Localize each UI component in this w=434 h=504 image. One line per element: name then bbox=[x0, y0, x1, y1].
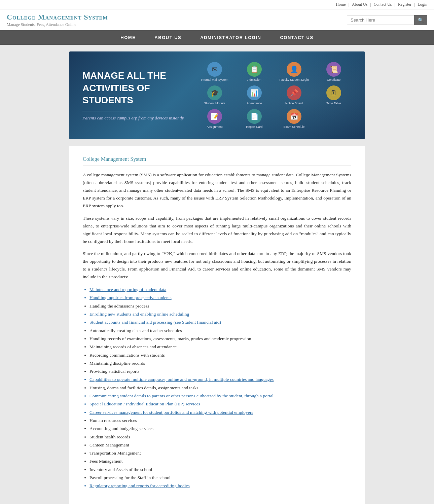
hero-icon-item: 📋 Admission bbox=[237, 62, 272, 81]
hero-icon-circle: 📅 bbox=[287, 109, 301, 124]
hero-icon-item: 📜 Certificate bbox=[316, 62, 352, 81]
content-title: College Management System bbox=[83, 156, 351, 166]
hero-icon-circle: ✉ bbox=[207, 62, 222, 77]
hero-icon-item: 📌 Notice Board bbox=[276, 85, 312, 105]
hero-subtitle: Parents can access campus erp from any d… bbox=[82, 115, 190, 121]
bullet-list: Maintenance and reporting of student dat… bbox=[89, 286, 351, 490]
hero-icon-label: Notice Board bbox=[285, 102, 303, 105]
hero-icon-circle: 🗓 bbox=[326, 85, 341, 100]
hero-title: MANAGE ALL THE ACTIVITIES OF STUDENTS bbox=[82, 70, 190, 106]
sep1: | bbox=[349, 2, 349, 7]
hero-icons-grid: ✉ Internal Mail System 📋 Admission 👤 Fac… bbox=[190, 62, 352, 129]
hero-icon-circle: 📊 bbox=[247, 85, 262, 100]
hero-icon-label: Report Card bbox=[246, 125, 262, 129]
hero-icon-circle: 📄 bbox=[247, 109, 262, 124]
sep2: | bbox=[370, 2, 371, 7]
list-item: Inventory and Assets of the school bbox=[89, 466, 351, 474]
hero-icon-label: Admission bbox=[247, 78, 261, 81]
list-item: Maintaining records of absences and atte… bbox=[89, 343, 351, 351]
topbar-contactus-link[interactable]: Contact Us bbox=[374, 2, 392, 7]
list-item: Career services management for student p… bbox=[89, 408, 351, 417]
list-item: Maintaining discipline records bbox=[89, 359, 351, 367]
hero-icon-label: Faculty Student Login bbox=[279, 78, 309, 81]
hero-icon-item: 📊 Attendance bbox=[237, 85, 272, 105]
topbar-home-link[interactable]: Home bbox=[336, 2, 346, 7]
list-item: Handling the admissions process bbox=[89, 302, 351, 310]
hero-icon-circle: 📌 bbox=[287, 85, 301, 100]
topbar-login-link[interactable]: Login bbox=[418, 2, 427, 7]
list-item: Regulatory reporting and reports for acc… bbox=[89, 482, 351, 490]
hero-banner: MANAGE ALL THE ACTIVITIES OF STUDENTS Pa… bbox=[69, 51, 365, 139]
list-item: Maintenance and reporting of student dat… bbox=[89, 286, 351, 294]
hero-icon-label: Exam Schedule bbox=[283, 125, 304, 129]
topbar-aboutus-link[interactable]: About Us bbox=[352, 2, 367, 7]
hero-icon-item: ✉ Internal Mail System bbox=[197, 62, 232, 81]
hero-icon-circle: 📋 bbox=[247, 62, 262, 77]
content-para-2: These systems vary in size, scope and ca… bbox=[83, 215, 351, 246]
nav-aboutus[interactable]: ABOUT US bbox=[145, 30, 191, 45]
hero-icon-item: 👤 Faculty Student Login bbox=[276, 62, 312, 81]
site-header: College Management System Manage Student… bbox=[0, 9, 434, 30]
list-item: Fees Management bbox=[89, 457, 351, 465]
list-item: Handling records of examinations, assess… bbox=[89, 335, 351, 343]
topbar-register-link[interactable]: Register bbox=[398, 2, 411, 7]
nav-admin-login[interactable]: ADMINISTRATOR LOGIN bbox=[191, 30, 270, 45]
list-item: Transportation Management bbox=[89, 449, 351, 457]
hero-icon-label: Certificate bbox=[327, 78, 341, 81]
content-para-3: Since the millennium, and partly owing t… bbox=[83, 250, 351, 281]
hero-icon-circle: 📜 bbox=[326, 62, 341, 77]
list-item: Automatically creating class and teacher… bbox=[89, 327, 351, 335]
sep4: | bbox=[414, 2, 415, 7]
list-item: Providing statistical reports bbox=[89, 367, 351, 375]
content-para-1: A college management system (SMS) is a s… bbox=[83, 171, 351, 210]
sep3: | bbox=[395, 2, 395, 7]
search-area: 🔍 bbox=[347, 15, 427, 25]
hero-icon-label: Student Module bbox=[204, 102, 225, 105]
hero-icon-label: Attendance bbox=[247, 102, 262, 105]
search-button[interactable]: 🔍 bbox=[414, 15, 427, 25]
list-item: Payroll processing for the Staff in the … bbox=[89, 474, 351, 482]
hero-icon-label: Time Table bbox=[326, 102, 341, 105]
hero-icon-item: 📝 Assignment bbox=[197, 109, 232, 129]
list-item: Capabilities to operate multiple campuse… bbox=[89, 375, 351, 384]
list-item: Enrolling new students and enabling onli… bbox=[89, 310, 351, 318]
site-title: College Management System bbox=[7, 13, 108, 22]
nav-contactus[interactable]: CONTACT US bbox=[270, 30, 323, 45]
branding: College Management System Manage Student… bbox=[7, 13, 108, 27]
list-item: Student health records bbox=[89, 433, 351, 441]
content-section: College Management System A college mana… bbox=[69, 146, 365, 504]
search-input[interactable] bbox=[347, 15, 414, 25]
list-item: Canteen Management bbox=[89, 441, 351, 449]
hero-icon-label: Assignment bbox=[207, 125, 222, 129]
list-item: Accounting and budgeting services bbox=[89, 425, 351, 433]
list-item: Special Education / Individual Education… bbox=[89, 400, 351, 408]
list-item: Student accounts and financial aid proce… bbox=[89, 318, 351, 326]
nav-home[interactable]: HOME bbox=[111, 30, 145, 45]
list-item: Recording communications with students bbox=[89, 351, 351, 359]
top-bar: Home | About Us | Contact Us | Register … bbox=[0, 0, 434, 9]
hero-icon-item: 🗓 Time Table bbox=[316, 85, 352, 105]
list-item: Housing, dorms and facilities details, a… bbox=[89, 384, 351, 392]
hero-icon-label: Internal Mail System bbox=[201, 78, 228, 81]
hero-icon-circle: 🎓 bbox=[207, 85, 222, 100]
hero-icon-item: 📅 Exam Schedule bbox=[276, 109, 312, 129]
hero-text: MANAGE ALL THE ACTIVITIES OF STUDENTS Pa… bbox=[82, 70, 190, 120]
site-subtitle: Manage Students, Fees, Attendance Online bbox=[7, 22, 108, 27]
list-item: Human resources services bbox=[89, 417, 351, 425]
nav-bar: HOME ABOUT US ADMINISTRATOR LOGIN CONTAC… bbox=[0, 30, 434, 45]
hero-icon-item: 📄 Report Card bbox=[237, 109, 272, 129]
list-item: Communicating student details to parents… bbox=[89, 392, 351, 400]
hero-divider bbox=[82, 111, 169, 111]
hero-icon-item: 🎓 Student Module bbox=[197, 85, 232, 105]
hero-icon-circle: 👤 bbox=[287, 62, 301, 77]
hero-icon-circle: 📝 bbox=[207, 109, 222, 124]
list-item: Handling inquiries from prospective stud… bbox=[89, 294, 351, 302]
